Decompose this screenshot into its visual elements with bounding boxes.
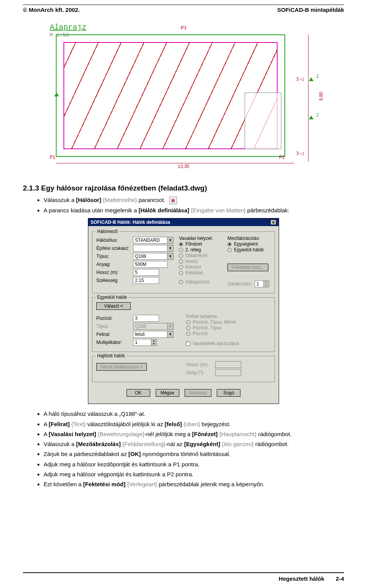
- label-hossz: Hossz (m):: [96, 270, 131, 275]
- dim-line-right: [308, 34, 309, 161]
- section-marker-left-1: [54, 93, 59, 96]
- bullet-open-dialog: A parancs kiadása után megjelenik a [Hál…: [44, 207, 344, 214]
- step-vasalasi-fonezet: A [Vasalási helyzet] {Bewehrungslage}-né…: [44, 430, 344, 438]
- group-halomezo-legend: Hálómező: [96, 229, 119, 234]
- radio-hossz: Hossz: [179, 259, 222, 264]
- label-p1: P1: [50, 155, 55, 160]
- cut-mark-bottom: 3 ◁: [296, 151, 304, 156]
- dialog-halok-definialasa: SOFiCAD-B Hálók: Hálók definiálása ✕ Hál…: [88, 218, 279, 404]
- dim-right-value: 9,90: [318, 92, 324, 101]
- step-felirat-felso: A [Felirat] {Text} választólistájából je…: [44, 420, 344, 428]
- group-egyeduli-halok: Egyedüli hálók Választ < Pozíció: Típus:…: [92, 297, 275, 352]
- radio-oldalnezet: Oldalnézet: [179, 253, 222, 258]
- radio-egyeduli-halok[interactable]: Egyedüli hálók: [227, 247, 271, 252]
- combo-eh-tipus: ▼: [133, 323, 174, 330]
- combo-epitesi-szakasz[interactable]: ▼: [133, 245, 174, 252]
- combo-eh-felirat[interactable]: ▼: [133, 331, 174, 338]
- chevron-down-icon[interactable]: ▼: [167, 245, 174, 252]
- label-darabszam: Darabszám:: [227, 281, 252, 287]
- chevron-down-icon: ▼: [264, 284, 269, 287]
- cut-mark-2: 2: [316, 112, 319, 118]
- btn-nezet-kivalasztasa: Nézet kiválasztása <: [96, 363, 147, 371]
- btn-sugo[interactable]: Súgó: [217, 389, 240, 397]
- chk-vasbetertek: Vasbetétek ábrázolása: [186, 341, 271, 346]
- dialog-title: SOFiCAD-B Hálók: Hálók definiálása: [91, 220, 170, 225]
- combo-tipus[interactable]: ▼: [133, 253, 174, 260]
- group-hajlitott-legend: Hajlított hálók: [96, 353, 127, 358]
- close-icon[interactable]: ✕: [270, 220, 276, 225]
- footer-title: Hegesztett hálók: [279, 575, 324, 582]
- label-halostilus: Hálóstílus:: [96, 238, 131, 243]
- drawing-title: Alaprajz: [50, 23, 86, 32]
- group-halomezo: Hálómező Hálóstílus: ▼ Építési szakasz:: [92, 231, 275, 293]
- header-left: © MonArch kft. 2002.: [23, 7, 80, 13]
- radio-egysegkent[interactable]: Egységként: [227, 241, 271, 247]
- input-haj-szog: [215, 369, 241, 376]
- input-darabszam: [255, 280, 264, 287]
- label-eh-multiplikator: Multiplikátor:: [96, 340, 131, 345]
- spin-darabszam: ▲▼: [255, 280, 269, 287]
- btn-megse[interactable]: Mégse: [156, 389, 179, 397]
- input-halostilus[interactable]: [133, 237, 167, 244]
- input-eh-multiplikator[interactable]: [133, 339, 151, 346]
- input-hossz[interactable]: [133, 269, 159, 276]
- radio-ptm: Pozíció, Típus, Méret: [186, 319, 271, 325]
- step-mezoabrazolas: Válasszuk a [Mezőábrázolás] {Felddarstel…: [44, 440, 344, 448]
- section-marker-right-2: [309, 116, 313, 119]
- radio-halopozicio: Hálópozíció: [179, 279, 222, 285]
- section-marker-right-1: [309, 77, 313, 81]
- cut-mark-top: 3 ◁: [296, 77, 304, 82]
- radio-fonezet[interactable]: Főnézet: [179, 241, 222, 247]
- step-click-p1: Adjuk meg a hálósor kezdőpontját és katt…: [44, 461, 344, 468]
- chevron-down-icon[interactable]: ▼: [167, 253, 174, 260]
- input-eh-felirat[interactable]: [133, 331, 167, 338]
- btn-ok[interactable]: OK: [127, 389, 150, 397]
- input-epitesi[interactable]: [133, 245, 167, 252]
- input-eh-tipus: [133, 323, 167, 330]
- label-haj-hossz: Hossz (m):: [186, 362, 213, 367]
- input-tipus[interactable]: [133, 253, 167, 260]
- radio-p: Pozíció: [186, 331, 271, 336]
- chevron-down-icon[interactable]: ▼: [167, 331, 174, 338]
- label-tipus: Típus:: [96, 254, 131, 259]
- label-mezoabrazolas: Mezőábrázolás:: [227, 236, 271, 241]
- dim-line-bottom: [56, 163, 294, 164]
- panel-sub-rect: [245, 93, 281, 149]
- group-hajlitott-halok: Hajlított hálók Nézet kiválasztása < Hos…: [92, 356, 275, 382]
- radio-2reteg[interactable]: 2. réteg: [179, 247, 222, 252]
- label-eh-tipus: Típus:: [96, 324, 131, 329]
- input-anyag[interactable]: [133, 261, 167, 268]
- label-p2: P2: [279, 155, 285, 160]
- step-close-ok: Zárjuk be a párbeszédablakot az [OK] nyo…: [44, 450, 344, 458]
- radio-kereszt: Kereszt: [179, 264, 222, 270]
- chevron-down-icon[interactable]: ▼: [167, 237, 174, 244]
- header-right: SOFiCAD-B mintapéldák: [277, 7, 344, 13]
- spin-multiplikator[interactable]: ▲▼: [133, 339, 157, 346]
- input-eh-pozicio[interactable]: [133, 315, 159, 322]
- chevron-up-icon: ▲: [264, 281, 269, 284]
- floorplan-figure: Alaprajz M 1:50 13,35 9,90 P3 P1 P2 3 ◁ …: [23, 24, 344, 170]
- combo-halostilus[interactable]: ▼: [133, 237, 174, 244]
- section-heading: 2.1.3 Egy hálósor rajzolása főnézetben (…: [23, 184, 344, 192]
- chevron-down-icon: ▼: [167, 323, 174, 330]
- label-anyag: Anyag:: [96, 262, 131, 267]
- chevron-up-icon[interactable]: ▲: [151, 339, 156, 342]
- group-egyeduli-legend: Egyedüli hálók: [96, 295, 128, 300]
- footer-page: 2-4: [336, 575, 344, 582]
- label-szelesseg: Szélesség: [96, 278, 131, 283]
- input-szelesseg[interactable]: [133, 277, 159, 284]
- label-p3: P3: [181, 25, 187, 31]
- radio-ketoldali: Kétoldali: [179, 270, 222, 275]
- btn-alkalmaz: Alkalmaz: [185, 389, 212, 397]
- dim-bottom-value: 13,35: [178, 164, 189, 169]
- btn-valaszt[interactable]: Választ <: [96, 302, 131, 310]
- label-eh-pozicio: Pozíció:: [96, 316, 131, 321]
- step-next-dialog: Ezt követően a [Fektetési mód] {Verlegea…: [44, 480, 344, 488]
- btn-fektetesi-mod[interactable]: Fektetési mód...: [227, 264, 268, 271]
- label-haj-szog: Szög (°):: [186, 370, 213, 375]
- label-vasalasi-helyzet: Vasalási helyzet:: [179, 236, 222, 241]
- cut-mark-1: 1: [316, 73, 319, 79]
- step-click-p2: Adjuk meg a hálósor végpontját és kattin…: [44, 471, 344, 478]
- chevron-down-icon[interactable]: ▼: [151, 342, 156, 345]
- step-select-q188: A háló típusához válasszuk a „Q188"-at.: [44, 410, 344, 418]
